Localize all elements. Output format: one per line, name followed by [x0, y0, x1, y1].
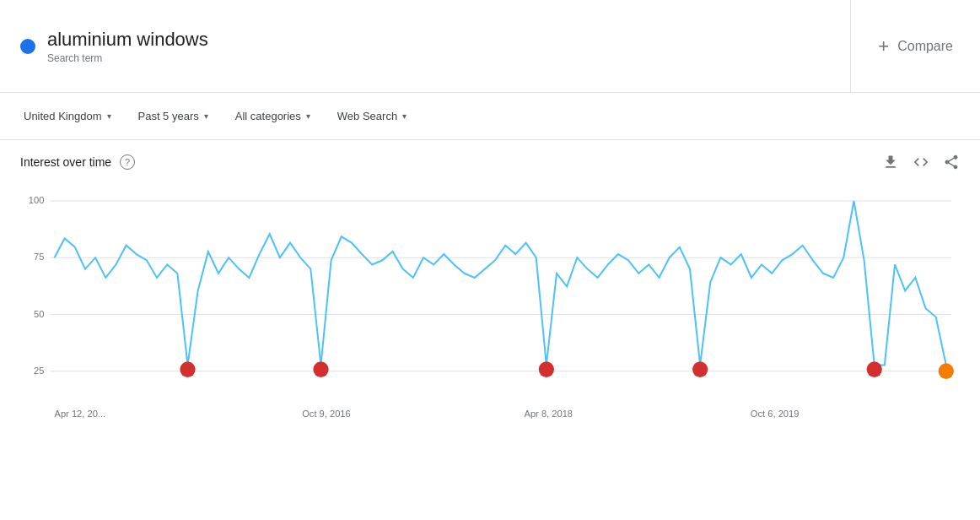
red-dot-3	[539, 361, 554, 377]
chart-header: Interest over time ?	[20, 154, 960, 171]
chart-title-area: Interest over time ?	[20, 154, 135, 170]
compare-label: Compare	[897, 39, 953, 54]
embed-button[interactable]	[913, 154, 929, 171]
red-dot-1	[180, 361, 195, 377]
svg-text:Oct 9, 2016: Oct 9, 2016	[302, 409, 351, 419]
share-button[interactable]	[943, 154, 960, 171]
time-filter[interactable]: Past 5 years ▾	[128, 103, 218, 129]
chart-actions	[882, 154, 960, 171]
region-chevron-icon: ▾	[107, 111, 111, 121]
help-icon[interactable]: ?	[120, 154, 135, 170]
category-chevron-icon: ▾	[306, 111, 310, 121]
svg-text:Apr 12, 20...: Apr 12, 20...	[55, 409, 106, 419]
header-bar: aluminium windows Search term + Compare	[0, 0, 980, 93]
svg-text:25: 25	[34, 366, 44, 376]
search-term-dot	[20, 39, 35, 54]
svg-text:100: 100	[29, 195, 45, 205]
download-button[interactable]	[882, 154, 899, 171]
red-dot-4	[692, 361, 708, 377]
red-dot-5	[867, 361, 882, 377]
chart-title: Interest over time	[20, 155, 111, 169]
category-label: All categories	[235, 110, 301, 122]
filter-bar: United Kingdom ▾ Past 5 years ▾ All cate…	[0, 93, 980, 140]
red-dot-2	[313, 361, 328, 377]
svg-text:Oct 6, 2019: Oct 6, 2019	[751, 409, 800, 419]
time-label: Past 5 years	[138, 110, 199, 122]
search-type-filter[interactable]: Web Search ▾	[327, 103, 417, 129]
search-term-title: aluminium windows	[47, 29, 208, 51]
region-filter[interactable]: United Kingdom ▾	[13, 103, 121, 129]
compare-section[interactable]: + Compare	[851, 0, 980, 92]
category-filter[interactable]: All categories ▾	[225, 103, 320, 129]
interest-chart: 100 75 50 25 Apr 12, 20... Oct 9, 2016 A…	[20, 177, 960, 431]
search-term-section: aluminium windows Search term	[0, 0, 851, 92]
time-chevron-icon: ▾	[204, 111, 208, 121]
svg-text:Apr 8, 2018: Apr 8, 2018	[525, 409, 573, 419]
search-type-label: Web Search	[337, 110, 397, 122]
plus-icon: +	[878, 35, 889, 57]
chart-section: Interest over time ? 100	[0, 140, 980, 434]
chart-wrapper: 100 75 50 25 Apr 12, 20... Oct 9, 2016 A…	[20, 177, 960, 434]
svg-text:75: 75	[34, 252, 44, 262]
svg-text:50: 50	[34, 308, 44, 318]
orange-dot	[939, 363, 954, 379]
search-type-chevron-icon: ▾	[402, 111, 407, 121]
region-label: United Kingdom	[24, 110, 102, 122]
search-term-text: aluminium windows Search term	[47, 29, 208, 64]
search-term-subtitle: Search term	[47, 52, 208, 64]
